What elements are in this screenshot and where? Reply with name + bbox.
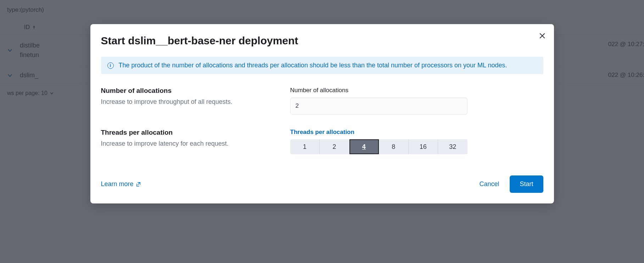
- threads-button-group: 1 2 4 8 16 32: [290, 139, 467, 154]
- info-icon: i: [107, 62, 114, 69]
- learn-more-text: Learn more: [101, 180, 134, 188]
- deployment-modal: Start dslim__bert-base-ner deployment i …: [90, 24, 554, 203]
- threads-description: Threads per allocation Increase to impro…: [101, 129, 290, 154]
- threads-option-4[interactable]: 4: [349, 139, 379, 154]
- threads-label: Threads per allocation: [101, 129, 290, 136]
- footer-actions: Cancel Start: [479, 175, 543, 193]
- modal-title: Start dslim__bert-base-ner deployment: [101, 35, 543, 47]
- learn-more-link[interactable]: Learn more: [101, 180, 141, 188]
- threads-help: Increase to improve latency for each req…: [101, 140, 290, 147]
- allocations-description: Number of allocations Increase to improv…: [101, 87, 290, 114]
- external-link-icon: [136, 182, 141, 187]
- modal-overlay: Start dslim__bert-base-ner deployment i …: [0, 0, 644, 263]
- threads-input-group: Threads per allocation 1 2 4 8 16 32: [290, 129, 543, 154]
- allocations-help: Increase to improve throughput of all re…: [101, 98, 290, 106]
- close-button[interactable]: [538, 31, 547, 40]
- allocations-label: Number of allocations: [101, 87, 290, 95]
- allocations-input-group: Number of allocations: [290, 87, 543, 114]
- start-button[interactable]: Start: [510, 175, 543, 193]
- threads-option-8[interactable]: 8: [379, 139, 409, 154]
- threads-section: Threads per allocation Increase to impro…: [101, 129, 543, 154]
- threads-option-16[interactable]: 16: [409, 139, 438, 154]
- threads-input-label: Threads per allocation: [290, 129, 543, 136]
- threads-option-1[interactable]: 1: [290, 139, 320, 154]
- cancel-button[interactable]: Cancel: [479, 180, 499, 188]
- allocations-section: Number of allocations Increase to improv…: [101, 87, 543, 114]
- modal-footer: Learn more Cancel Start: [101, 175, 543, 193]
- threads-option-2[interactable]: 2: [320, 139, 349, 154]
- info-text: The product of the number of allocations…: [119, 62, 507, 69]
- threads-option-32[interactable]: 32: [438, 139, 467, 154]
- allocations-input[interactable]: [290, 97, 467, 114]
- allocations-input-label: Number of allocations: [290, 87, 543, 94]
- info-banner: i The product of the number of allocatio…: [101, 57, 543, 74]
